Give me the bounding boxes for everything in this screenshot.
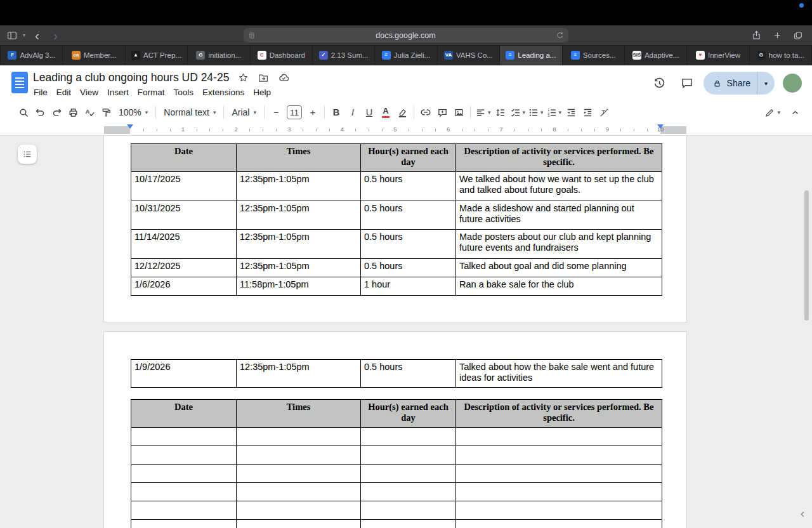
table-cell[interactable] <box>237 501 361 520</box>
table-cell[interactable] <box>237 446 361 465</box>
table-cell[interactable]: Made posters about our club and kept pla… <box>456 230 662 259</box>
browser-tab[interactable]: Ginitiation... <box>188 46 249 65</box>
decrease-font-size-button[interactable]: − <box>268 104 284 121</box>
table-cell[interactable] <box>361 520 456 528</box>
document-title[interactable]: Leading a club ongoing hours UD 24-25 <box>33 71 229 84</box>
document-page-1[interactable]: DateTimesHour(s) earned each dayDescript… <box>103 136 687 322</box>
bold-button[interactable]: B <box>328 104 344 121</box>
menu-file[interactable]: File <box>29 86 52 98</box>
insert-image-button[interactable] <box>450 104 467 121</box>
table-cell[interactable] <box>361 446 456 465</box>
sidebar-toggle-button[interactable] <box>6 30 18 41</box>
table-header-cell[interactable]: Description of activity or services perf… <box>456 144 662 172</box>
menu-edit[interactable]: Edit <box>52 86 75 98</box>
table-cell[interactable] <box>131 501 237 520</box>
table-cell[interactable]: We talked about how we want to set up th… <box>456 172 662 201</box>
hide-menus-button[interactable] <box>787 104 803 121</box>
paragraph-style-select[interactable]: Normal text▾ <box>159 107 220 117</box>
table-cell[interactable]: 1/9/2026 <box>131 360 237 388</box>
browser-tab[interactable]: SISAdaptive... <box>625 46 686 65</box>
table-cell[interactable]: 12:35pm-1:05pm <box>237 259 361 277</box>
document-page-2[interactable]: 1/9/202612:35pm-1:05pm0.5 hoursTalked ab… <box>103 331 687 528</box>
move-folder-icon[interactable] <box>258 72 269 84</box>
tab-overview-button[interactable] <box>793 30 803 41</box>
table-cell[interactable] <box>361 465 456 483</box>
add-comment-button[interactable] <box>434 104 450 121</box>
table-cell[interactable]: 10/31/2025 <box>131 201 237 230</box>
table-cell[interactable] <box>131 520 237 528</box>
ruler-left-margin[interactable] <box>104 126 130 134</box>
avatar[interactable] <box>783 74 802 93</box>
browser-tab[interactable]: VAVAHS Co... <box>438 46 499 65</box>
underline-button[interactable]: U <box>361 104 377 121</box>
share-page-button[interactable] <box>751 30 762 41</box>
table-cell[interactable]: 0.5 hours <box>361 201 456 230</box>
address-bar[interactable]: docs.google.com <box>244 28 568 43</box>
comments-icon[interactable] <box>676 71 698 95</box>
browser-tab[interactable]: ▲ACT Prep... <box>126 46 187 65</box>
horizontal-ruler[interactable]: 12345678910 <box>0 124 812 136</box>
version-history-icon[interactable] <box>649 71 671 95</box>
table-cell[interactable] <box>237 483 361 501</box>
table-header-cell[interactable]: Hour(s) earned each day <box>361 400 456 428</box>
paint-format-button[interactable] <box>98 104 114 121</box>
share-button-main[interactable]: Share <box>704 78 757 88</box>
vertical-scrollbar[interactable] <box>804 190 809 320</box>
browser-tab[interactable]: caMember... <box>63 46 124 65</box>
undo-button[interactable] <box>32 104 48 121</box>
browser-tab[interactable]: FAdvAlg 3... <box>1 46 62 65</box>
table-cell[interactable] <box>131 428 237 446</box>
clear-formatting-button[interactable]: T <box>596 104 612 121</box>
table-cell[interactable]: Made a slideshow and started planning ou… <box>456 201 662 230</box>
table-cell[interactable] <box>131 483 237 501</box>
table-cell[interactable] <box>237 428 361 446</box>
redo-button[interactable] <box>48 104 65 121</box>
menu-extensions[interactable]: Extensions <box>198 86 249 98</box>
browser-tab[interactable]: ≡Julia Zieli... <box>375 46 436 65</box>
browser-tab[interactable]: ✓2.13 Sum... <box>313 46 374 65</box>
font-family-select[interactable]: Arial▾ <box>227 107 261 117</box>
table-header-cell[interactable]: Times <box>237 400 361 428</box>
document-status-cloud-icon[interactable] <box>278 72 290 84</box>
table-cell[interactable]: 12/12/2025 <box>131 259 237 277</box>
menu-format[interactable]: Format <box>133 86 169 98</box>
table-cell[interactable] <box>131 446 237 465</box>
table-cell[interactable]: 12:35pm-1:05pm <box>237 360 361 388</box>
table-cell[interactable] <box>456 501 662 520</box>
table-cell[interactable] <box>361 483 456 501</box>
docs-logo-icon[interactable] <box>11 72 28 93</box>
table-cell[interactable]: 1 hour <box>361 277 456 296</box>
insert-link-button[interactable] <box>417 104 434 121</box>
table-cell[interactable] <box>131 465 237 483</box>
table-cell[interactable]: 0.5 hours <box>361 259 456 277</box>
star-icon[interactable] <box>238 72 249 83</box>
zoom-select[interactable]: 100%▾ <box>114 107 152 117</box>
left-indent-marker[interactable] <box>127 124 133 129</box>
table-header-cell[interactable]: Hour(s) earned each day <box>361 144 456 172</box>
browser-tab[interactable]: CDashboard <box>251 46 312 65</box>
browser-tab[interactable]: ♥InnerView <box>687 46 749 65</box>
align-button[interactable]: ▾ <box>474 104 492 121</box>
back-button[interactable]: ‹ <box>30 29 44 42</box>
line-spacing-button[interactable] <box>492 104 509 121</box>
menu-tools[interactable]: Tools <box>169 86 199 98</box>
table-cell[interactable]: 10/17/2025 <box>131 172 237 201</box>
table-cell[interactable] <box>361 428 456 446</box>
document-outline-button[interactable] <box>18 145 37 164</box>
table-cell[interactable]: Ran a bake sale for the club <box>456 277 662 296</box>
print-button[interactable] <box>65 104 81 121</box>
table-cell[interactable] <box>237 520 361 528</box>
table-cell[interactable] <box>456 465 662 483</box>
italic-button[interactable]: I <box>344 104 361 121</box>
table-cell[interactable]: 12:35pm-1:05pm <box>237 230 361 259</box>
table-cell[interactable] <box>361 501 456 520</box>
table-cell[interactable] <box>456 520 662 528</box>
decrease-indent-button[interactable] <box>563 104 579 121</box>
table-cell[interactable]: 12:35pm-1:05pm <box>237 201 361 230</box>
text-color-button[interactable]: A <box>377 104 394 121</box>
table-header-cell[interactable]: Times <box>237 144 361 172</box>
table-cell[interactable] <box>237 465 361 483</box>
table-header-cell[interactable]: Date <box>131 400 237 428</box>
table-cell[interactable] <box>456 446 662 465</box>
editing-mode-button[interactable]: ▾ <box>763 104 782 121</box>
